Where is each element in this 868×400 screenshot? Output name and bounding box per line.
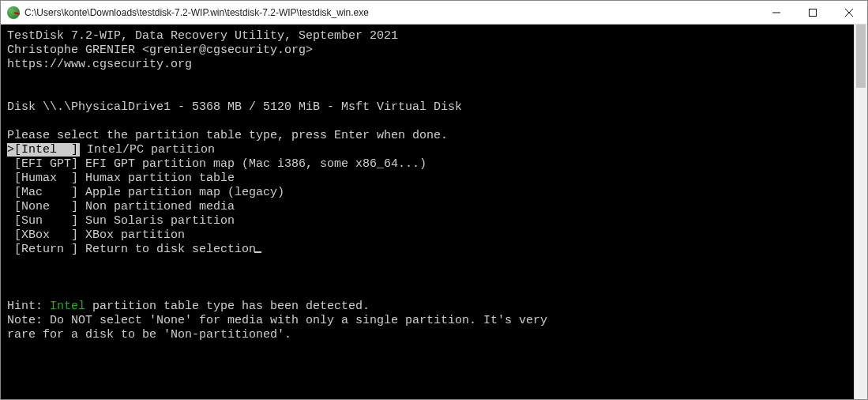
scrollbar-thumb[interactable] bbox=[856, 25, 866, 88]
menu-item[interactable]: [Return ] Return to disk selection bbox=[7, 243, 851, 257]
menu-item[interactable]: [Sun ] Sun Solaris partition bbox=[7, 214, 851, 228]
console-output[interactable]: TestDisk 7.2-WIP, Data Recovery Utility,… bbox=[1, 25, 854, 399]
menu-item-desc: Apple partition map (legacy) bbox=[78, 186, 284, 199]
app-window: C:\Users\konte\Downloads\testdisk-7.2-WI… bbox=[0, 0, 868, 400]
menu-item[interactable]: >[Intel ] Intel/PC partition bbox=[7, 143, 851, 157]
close-button[interactable] bbox=[831, 1, 867, 24]
header-line: https://www.cgsecurity.org bbox=[7, 58, 851, 72]
menu-item-bracket: [Humax ] bbox=[7, 172, 78, 185]
header-line: TestDisk 7.2-WIP, Data Recovery Utility,… bbox=[7, 29, 851, 43]
minimize-button[interactable] bbox=[758, 1, 795, 24]
menu-item[interactable]: [EFI GPT] EFI GPT partition map (Mac i38… bbox=[7, 157, 851, 172]
menu-item-desc: Non partitioned media bbox=[78, 200, 235, 213]
menu-item-bracket: [None ] bbox=[7, 200, 78, 213]
vertical-scrollbar[interactable] bbox=[854, 25, 867, 399]
menu-item-desc: Humax partition table bbox=[78, 172, 235, 185]
menu-item-bracket: [Sun ] bbox=[7, 214, 78, 228]
client-area: TestDisk 7.2-WIP, Data Recovery Utility,… bbox=[1, 25, 867, 399]
menu-item-desc: Sun Solaris partition bbox=[78, 214, 235, 228]
menu-item-bracket: [Mac ] bbox=[7, 186, 78, 199]
detected-type: Intel bbox=[50, 300, 85, 313]
menu-item-desc: EFI GPT partition map (Mac i386, some x8… bbox=[78, 157, 426, 171]
maximize-icon bbox=[809, 9, 817, 17]
header-line: Christophe GRENIER <grenier@cgsecurity.o… bbox=[7, 43, 851, 58]
menu-item-bracket: [XBox ] bbox=[7, 228, 78, 242]
minimize-icon bbox=[772, 9, 780, 17]
app-icon bbox=[7, 6, 20, 19]
title-bar[interactable]: C:\Users\konte\Downloads\testdisk-7.2-WI… bbox=[1, 1, 867, 25]
menu-item-desc: Return to disk selection bbox=[78, 243, 256, 256]
menu-item-bracket: [Return ] bbox=[7, 243, 78, 256]
window-title: C:\Users\konte\Downloads\testdisk-7.2-WI… bbox=[24, 7, 758, 18]
disk-line: Disk \\.\PhysicalDrive1 - 5368 MB / 5120… bbox=[7, 100, 851, 115]
window-controls bbox=[758, 1, 867, 24]
text-cursor bbox=[254, 251, 261, 253]
note-line: rare for a disk to be 'Non-partitioned'. bbox=[7, 328, 851, 342]
menu-item[interactable]: [Humax ] Humax partition table bbox=[7, 172, 851, 186]
menu-item-selected: >[Intel ] bbox=[7, 143, 80, 157]
maximize-button[interactable] bbox=[795, 1, 831, 24]
prompt-line: Please select the partition table type, … bbox=[7, 129, 851, 143]
menu-item[interactable]: [Mac ] Apple partition map (legacy) bbox=[7, 186, 851, 200]
note-line: Note: Do NOT select 'None' for media wit… bbox=[7, 314, 851, 328]
menu-item-desc: XBox partition bbox=[78, 228, 185, 242]
close-icon bbox=[845, 9, 853, 17]
menu-item[interactable]: [None ] Non partitioned media bbox=[7, 200, 851, 214]
svg-rect-1 bbox=[810, 9, 817, 16]
hint-line: Hint: Intel partition table type has bee… bbox=[7, 300, 851, 314]
menu-item[interactable]: [XBox ] XBox partition bbox=[7, 228, 851, 243]
menu-item-bracket: [EFI GPT] bbox=[7, 157, 78, 171]
menu-item-desc: Intel/PC partition bbox=[80, 143, 215, 157]
